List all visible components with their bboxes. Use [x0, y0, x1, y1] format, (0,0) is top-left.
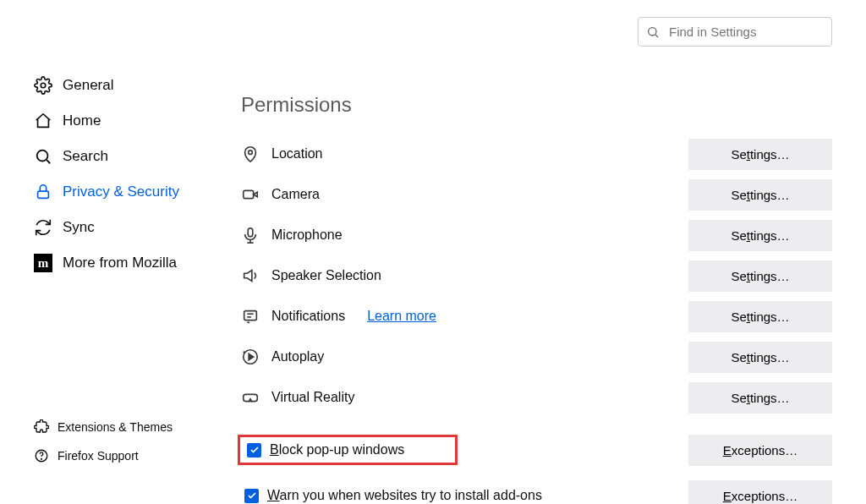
help-icon: [34, 448, 49, 463]
settings-button-vr[interactable]: Settings…: [688, 382, 832, 414]
checkbox-warn-addons[interactable]: [244, 489, 259, 503]
search-icon: [646, 25, 660, 39]
sidebar: General Home Search Privacy & Security S…: [34, 17, 233, 504]
autoplay-icon: [241, 348, 260, 366]
search-icon: [34, 147, 52, 166]
section-title-permissions: Permissions: [241, 93, 832, 117]
svg-line-1: [655, 35, 658, 37]
permission-row-microphone: Microphone Settings…: [241, 215, 832, 255]
sidebar-item-label: Sync: [63, 219, 95, 236]
permission-label: Camera: [271, 187, 320, 202]
sidebar-item-label: Firefox Support: [58, 449, 139, 463]
permission-label: Location: [271, 146, 323, 162]
main-content: Permissions Location Settings… Camera Se…: [233, 17, 832, 504]
permission-label: Speaker Selection: [271, 268, 381, 283]
puzzle-icon: [34, 419, 49, 435]
svg-point-0: [649, 27, 656, 35]
camera-icon: [241, 185, 260, 204]
mozilla-icon: m: [34, 254, 52, 272]
permission-row-camera: Camera Settings…: [241, 174, 832, 215]
search-container: [638, 17, 832, 47]
svg-rect-5: [38, 191, 49, 198]
highlight-box: Block pop-up windows: [238, 435, 458, 465]
settings-button-notifications[interactable]: Settings…: [688, 301, 832, 332]
svg-point-2: [41, 83, 46, 88]
microphone-icon: [241, 226, 260, 244]
checkbox-row-warn-addons: Warn you when websites try to install ad…: [241, 475, 832, 504]
permission-row-autoplay: Autoplay Settings…: [241, 337, 832, 377]
exceptions-button-addons[interactable]: Exceptions…: [688, 480, 832, 505]
sidebar-item-search[interactable]: Search: [34, 139, 233, 174]
permission-row-notifications: Notifications Learn more Settings…: [241, 296, 832, 337]
svg-point-7: [41, 458, 42, 459]
svg-rect-9: [244, 190, 254, 198]
sidebar-item-label: Privacy & Security: [63, 184, 179, 200]
sidebar-bottom: Extensions & Themes Firefox Support: [34, 413, 233, 470]
svg-point-3: [37, 151, 48, 162]
notifications-icon: [241, 307, 260, 326]
settings-button-autoplay[interactable]: Settings…: [688, 342, 832, 373]
sidebar-item-label: General: [63, 77, 113, 94]
learn-more-link[interactable]: Learn more: [367, 309, 436, 324]
svg-line-4: [47, 160, 50, 163]
svg-rect-10: [248, 228, 253, 237]
settings-button-location[interactable]: Settings…: [688, 139, 832, 170]
permission-row-location: Location Settings…: [241, 134, 832, 174]
gear-icon: [34, 76, 52, 95]
sidebar-item-sync[interactable]: Sync: [34, 210, 233, 245]
search-input[interactable]: [638, 17, 832, 47]
permission-row-vr: Virtual Reality Settings…: [241, 377, 832, 418]
sidebar-item-extensions[interactable]: Extensions & Themes: [34, 413, 233, 441]
sidebar-item-label: Search: [63, 148, 108, 165]
sidebar-item-more-mozilla[interactable]: m More from Mozilla: [34, 245, 233, 281]
sidebar-item-label: More from Mozilla: [63, 255, 177, 271]
permission-label: Microphone: [271, 227, 343, 243]
exceptions-button-popups[interactable]: Exceptions…: [688, 435, 832, 466]
home-icon: [34, 112, 52, 130]
sidebar-item-label: Extensions & Themes: [58, 420, 173, 434]
settings-button-speaker[interactable]: Settings…: [688, 260, 832, 292]
svg-point-8: [249, 151, 253, 155]
sync-icon: [34, 218, 52, 237]
sidebar-item-home[interactable]: Home: [34, 103, 233, 139]
checkbox-row-block-popups: Block pop-up windows Exceptions…: [241, 425, 832, 475]
lock-icon: [34, 183, 52, 201]
location-icon: [241, 145, 260, 163]
permission-row-speaker: Speaker Selection Settings…: [241, 255, 832, 296]
check-icon: [249, 445, 260, 455]
settings-button-camera[interactable]: Settings…: [688, 179, 832, 211]
settings-button-microphone[interactable]: Settings…: [688, 220, 832, 251]
sidebar-item-label: Home: [63, 112, 101, 129]
svg-rect-13: [244, 311, 257, 320]
permission-label: Notifications: [271, 309, 345, 324]
sidebar-item-general[interactable]: General: [34, 68, 233, 103]
sidebar-item-privacy-security[interactable]: Privacy & Security: [34, 174, 233, 210]
speaker-icon: [241, 266, 260, 285]
checkbox-label: Warn you when websites try to install ad…: [267, 488, 542, 503]
permission-label: Virtual Reality: [271, 390, 354, 405]
vr-icon: [241, 388, 260, 407]
sidebar-item-support[interactable]: Firefox Support: [34, 441, 233, 470]
check-icon: [247, 490, 257, 501]
checkbox-block-popups[interactable]: [247, 443, 261, 457]
checkbox-label: Block pop-up windows: [270, 442, 404, 457]
permission-label: Autoplay: [271, 349, 324, 364]
